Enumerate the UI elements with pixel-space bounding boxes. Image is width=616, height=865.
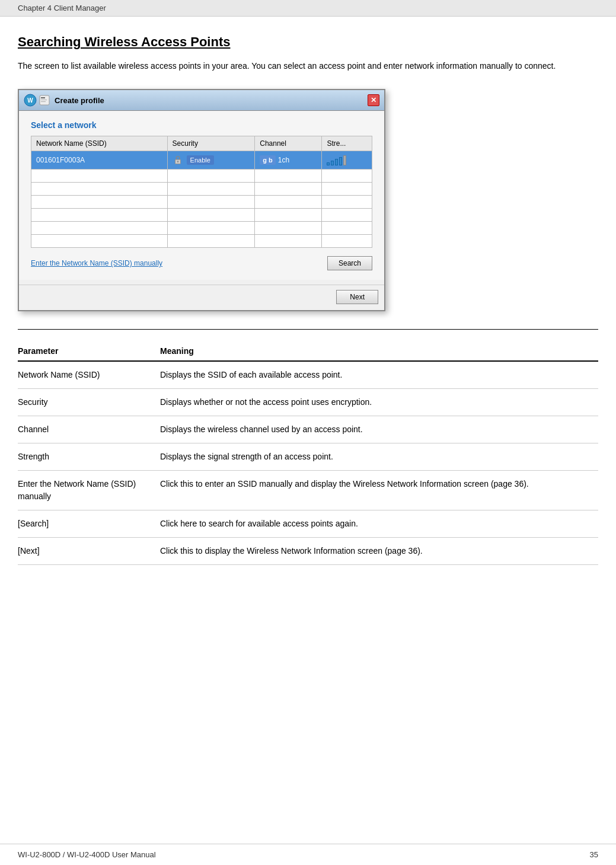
dialog-footer-row: Enter the Network Name (SSID) manually S… [31,256,372,270]
param-table-row: Security Displays whether or not the acc… [18,389,598,416]
meaning-cell: Displays the signal strength of an acces… [160,443,598,471]
table-row-empty-4 [31,209,372,222]
meaning-cell: Displays whether or not the access point… [160,389,598,416]
table-row[interactable]: 001601F0003A En [31,151,372,170]
dialog-body: Select a network Network Name (SSID) Sec… [19,111,384,280]
svg-text:W: W [27,97,33,104]
dialog-window: W Create profile ✕ S [18,89,385,311]
param-table-row: [Search] Click here to search for availa… [18,510,598,538]
ssid-cell: 001601F0003A [31,151,168,170]
wifi-logo-icon: W [24,94,37,107]
meaning-cell: Displays the wireless channel used by an… [160,416,598,443]
table-row-empty-5 [31,222,372,235]
param-table-row: [Next] Click this to display the Wireles… [18,538,598,565]
col-channel: Channel [255,136,322,151]
param-table-header: Parameter Meaning [18,341,598,361]
channel-value: 1ch [278,156,289,164]
parameter-table: Parameter Meaning Network Name (SSID) Di… [18,341,598,565]
profile-icon [39,95,50,106]
page-footer: WI-U2-800D / WI-U2-400D User Manual 35 [0,844,616,865]
main-content: Searching Wireless Access Points The scr… [0,17,616,577]
param-col-header: Parameter [18,341,160,361]
meaning-cell: Click this to enter an SSID manually and… [160,471,598,510]
lock-icon [173,154,183,166]
param-cell: [Search] [18,510,160,538]
dialog-close-button[interactable]: ✕ [368,94,379,106]
next-button[interactable]: Next [336,290,378,304]
param-table-row: Enter the Network Name (SSID) manually C… [18,471,598,510]
table-header-row: Network Name (SSID) Security Channel Str… [31,136,372,151]
svg-point-7 [177,161,178,163]
svg-rect-5 [41,101,46,102]
param-cell: [Next] [18,538,160,565]
enter-network-link[interactable]: Enter the Network Name (SSID) manually [31,259,162,267]
select-network-label: Select a network [31,120,372,130]
next-button-row: Next [19,285,384,310]
param-table-row: Channel Displays the wireless channel us… [18,416,598,443]
svg-rect-4 [41,100,47,100]
dialog-titlebar: W Create profile ✕ [19,90,384,111]
meaning-cell: Click here to search for available acces… [160,510,598,538]
chapter-title: Chapter 4 Client Manager [18,4,106,12]
signal-bar-3 [335,159,338,165]
meaning-cell: Displays the SSID of each available acce… [160,361,598,389]
param-cell: Security [18,389,160,416]
col-security: Security [167,136,255,151]
param-cell: Enter the Network Name (SSID) manually [18,471,160,510]
enable-badge: Enable [187,155,214,165]
channel-cell: g b 1ch [255,151,322,170]
footer-page-number: 35 [590,850,598,859]
param-table-row: Network Name (SSID) Displays the SSID of… [18,361,598,389]
meaning-col-header: Meaning [160,341,598,361]
dialog-wrapper: W Create profile ✕ S [18,89,598,311]
table-row-empty-6 [31,235,372,248]
col-ssid: Network Name (SSID) [31,136,168,151]
signal-bar-5 [343,155,346,165]
svg-rect-3 [41,97,45,98]
chapter-header: Chapter 4 Client Manager [0,0,616,17]
search-button[interactable]: Search [327,256,372,270]
param-cell: Channel [18,416,160,443]
channel-cell-content: g b 1ch [260,155,317,165]
strength-cell [322,151,372,170]
param-table-row: Strength Displays the signal strength of… [18,443,598,471]
col-strength: Stre... [322,136,372,151]
meaning-cell: Click this to display the Wireless Netwo… [160,538,598,565]
page-title: Searching Wireless Access Points [18,34,598,50]
signal-bar-1 [327,162,330,165]
param-cell: Strength [18,443,160,471]
signal-bars [327,155,367,165]
signal-bar-4 [339,157,342,165]
param-cell: Network Name (SSID) [18,361,160,389]
security-cell-content: Enable [173,154,250,166]
network-table: Network Name (SSID) Security Channel Str… [31,136,372,248]
table-row-empty-2 [31,183,372,196]
security-cell: Enable [167,151,255,170]
dialog-titlebar-left: W Create profile [24,94,104,107]
dialog-title: Create profile [55,96,104,105]
footer-manual-name: WI-U2-800D / WI-U2-400D User Manual [18,850,156,859]
intro-text: The screen to list available wireless ac… [18,59,598,72]
ssid-value: 001601F0003A [36,156,85,164]
channel-badge: g b [260,155,276,165]
table-row-empty-3 [31,196,372,209]
dialog-icon-wrapper: W [24,94,50,107]
table-row-empty-1 [31,170,372,183]
signal-bar-2 [331,161,334,165]
section-divider [18,329,598,330]
